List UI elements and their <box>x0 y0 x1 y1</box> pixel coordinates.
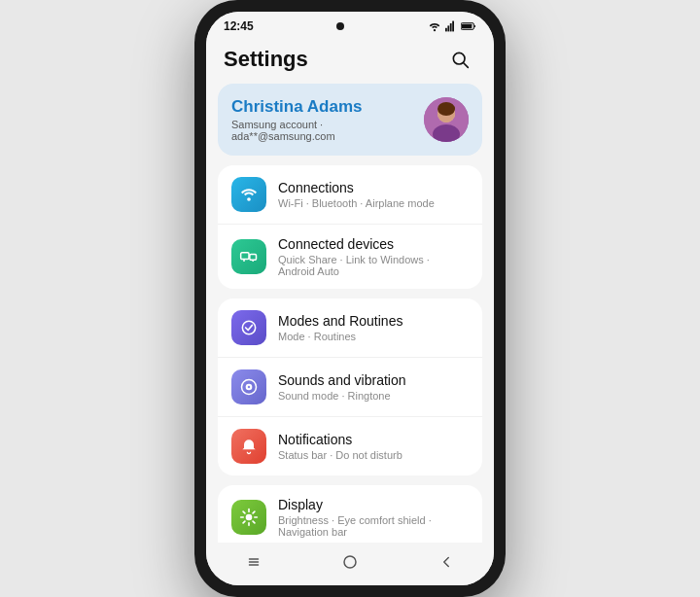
sounds-icon <box>231 369 266 404</box>
display-svg-icon <box>239 508 259 527</box>
account-info: Christina Adams Samsung account · ada**@… <box>231 97 412 142</box>
settings-item-display[interactable]: Display Brightness · Eye comfort shield … <box>218 485 482 543</box>
svg-line-30 <box>253 511 255 513</box>
modes-svg-icon <box>239 318 259 337</box>
settings-item-connected-devices[interactable]: Connected devices Quick Share · Link to … <box>218 225 482 289</box>
recent-apps-icon <box>245 553 262 571</box>
svg-point-13 <box>438 102 455 116</box>
svg-point-0 <box>434 29 436 31</box>
connected-devices-subtitle: Quick Share · Link to Windows · Android … <box>278 254 469 277</box>
avatar-image <box>424 97 469 142</box>
home-icon <box>341 553 359 571</box>
connections-text: Connections Wi-Fi · Bluetooth · Airplane… <box>278 180 469 209</box>
svg-point-19 <box>242 321 255 334</box>
search-icon <box>450 50 470 69</box>
settings-section-2: Modes and Routines Mode · Routines Sound… <box>218 298 482 475</box>
svg-line-31 <box>243 521 245 523</box>
svg-line-28 <box>243 511 245 513</box>
battery-status-icon <box>461 21 476 31</box>
svg-line-8 <box>464 63 469 68</box>
connections-icon <box>231 177 266 212</box>
account-name: Christina Adams <box>231 97 412 117</box>
account-subtitle: Samsung account · ada**@samsung.com <box>231 119 412 142</box>
sounds-svg-icon <box>239 377 259 397</box>
modes-title: Modes and Routines <box>278 313 469 329</box>
svg-point-23 <box>246 514 253 521</box>
svg-rect-16 <box>250 255 257 261</box>
account-card[interactable]: Christina Adams Samsung account · ada**@… <box>218 84 482 156</box>
devices-svg-icon <box>239 247 259 266</box>
connections-title: Connections <box>278 180 469 195</box>
notifications-icon <box>231 429 266 464</box>
search-button[interactable] <box>443 43 476 76</box>
nav-bar <box>206 543 494 585</box>
display-title: Display <box>278 497 469 512</box>
connections-subtitle: Wi-Fi · Bluetooth · Airplane mode <box>278 197 469 209</box>
svg-rect-15 <box>241 253 249 260</box>
settings-item-modes[interactable]: Modes and Routines Mode · Routines <box>218 298 482 358</box>
sounds-text: Sounds and vibration Sound mode · Ringto… <box>278 372 469 402</box>
svg-rect-1 <box>445 28 447 32</box>
status-time: 12:45 <box>224 19 254 33</box>
connected-devices-text: Connected devices Quick Share · Link to … <box>278 236 469 277</box>
modes-icon <box>231 310 266 345</box>
notifications-svg-icon <box>239 437 259 456</box>
display-text: Display Brightness · Eye comfort shield … <box>278 497 469 538</box>
svg-rect-6 <box>462 24 472 29</box>
settings-section-3: Display Brightness · Eye comfort shield … <box>218 485 482 543</box>
devices-icon <box>231 239 266 274</box>
svg-rect-3 <box>450 23 452 31</box>
wifi-status-icon <box>428 20 441 32</box>
settings-item-notifications[interactable]: Notifications Status bar · Do not distur… <box>218 417 482 475</box>
settings-section-1: Connections Wi-Fi · Bluetooth · Airplane… <box>218 165 482 289</box>
settings-content[interactable]: Christina Adams Samsung account · ada**@… <box>206 84 494 543</box>
svg-point-37 <box>344 556 356 568</box>
signal-status-icon <box>445 20 457 32</box>
back-button[interactable] <box>429 550 464 574</box>
page-title: Settings <box>224 47 308 72</box>
back-icon <box>438 553 455 571</box>
display-subtitle: Brightness · Eye comfort shield · Naviga… <box>278 514 469 538</box>
home-button[interactable] <box>332 550 368 574</box>
camera-cutout <box>336 22 344 30</box>
display-icon <box>231 500 266 535</box>
avatar <box>424 97 469 142</box>
modes-text: Modes and Routines Mode · Routines <box>278 313 469 342</box>
notifications-text: Notifications Status bar · Do not distur… <box>278 432 469 461</box>
svg-rect-4 <box>452 21 454 32</box>
notifications-subtitle: Status bar · Do not disturb <box>278 449 469 461</box>
wifi-icon <box>239 185 259 204</box>
status-icons <box>428 20 476 32</box>
notifications-title: Notifications <box>278 432 469 447</box>
app-header: Settings <box>206 37 494 84</box>
svg-line-29 <box>253 521 255 523</box>
modes-subtitle: Mode · Routines <box>278 331 469 342</box>
connected-devices-title: Connected devices <box>278 236 469 252</box>
settings-item-connections[interactable]: Connections Wi-Fi · Bluetooth · Airplane… <box>218 165 482 225</box>
status-bar: 12:45 <box>206 12 494 37</box>
recent-apps-button[interactable] <box>236 550 271 574</box>
svg-point-14 <box>247 197 251 201</box>
settings-item-sounds[interactable]: Sounds and vibration Sound mode · Ringto… <box>218 358 482 417</box>
phone-screen: 12:45 <box>206 12 494 585</box>
sounds-subtitle: Sound mode · Ringtone <box>278 390 469 402</box>
svg-rect-2 <box>447 25 449 31</box>
svg-point-22 <box>248 386 251 389</box>
phone-frame: 12:45 <box>194 0 506 597</box>
sounds-title: Sounds and vibration <box>278 372 469 388</box>
